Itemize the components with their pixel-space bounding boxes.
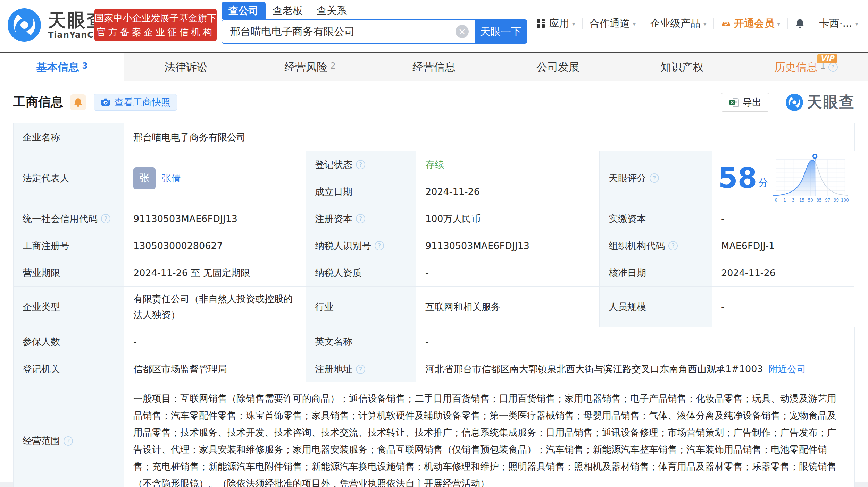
- chevron-down-icon: ▾: [703, 20, 707, 27]
- field-label: 统一社会信用代码 ?: [14, 205, 124, 232]
- field-label: 登记机关: [14, 356, 124, 382]
- tianyancha-logo-icon: [785, 93, 803, 111]
- chevron-down-icon: ▾: [777, 20, 781, 27]
- reg-number-value: 130503000280627: [124, 232, 306, 259]
- org-code-value: MAE6FDJJ-1: [712, 232, 854, 259]
- field-label: 实缴资本: [600, 205, 712, 232]
- svg-text:1: 1: [784, 197, 786, 202]
- section-header: 工商信息 查看工商快照: [0, 81, 868, 123]
- nav-partner[interactable]: 合作通道 ▾: [590, 17, 636, 31]
- svg-text:100: 100: [841, 197, 849, 202]
- orange-bell-icon: [73, 97, 83, 107]
- chevron-down-icon: ▾: [572, 20, 575, 27]
- search-tab-boss[interactable]: 查老板: [266, 2, 310, 19]
- top-nav: 应用 ▾ 合作通道 ▾ 企业级产品 ▾ 开通会员 ▾: [536, 17, 858, 31]
- section-title: 工商信息: [13, 94, 63, 111]
- nav-vip-label: 开通会员: [734, 17, 774, 31]
- help-icon[interactable]: ?: [64, 436, 73, 446]
- field-label: 营业期限: [14, 259, 124, 287]
- tab-badge: 2: [330, 61, 335, 71]
- help-icon[interactable]: ?: [356, 160, 365, 169]
- user-menu[interactable]: 卡西·... ▾: [819, 17, 858, 31]
- tab-history-info[interactable]: VIP 历史信息1 ?: [744, 53, 868, 81]
- gov-badge-line2: 官方备案企业征信机构: [97, 25, 215, 39]
- table-row: 经营范围 ? 一般项目：互联网销售（除销售需要许可的商品）；通信设备销售；二手日…: [14, 382, 855, 487]
- field-label: 企业类型: [14, 287, 124, 327]
- score-unit: 分: [758, 176, 768, 189]
- tab-intellectual-property[interactable]: 知识产权: [620, 53, 744, 81]
- help-icon[interactable]: ?: [356, 365, 365, 374]
- watermark-text: 天眼查: [807, 92, 855, 112]
- watermark-logo: 天眼查: [785, 92, 855, 112]
- reg-address-value: 河北省邢台市信都区南大郭镇泉北西大街与滨江路交叉口东南角西山观承1#1003: [425, 363, 763, 375]
- table-row: 企业类型 有限责任公司（非自然人投资或控股的法人独资） 行业 互联网和相关服务 …: [14, 287, 855, 327]
- field-label: 核准日期: [600, 259, 712, 287]
- nav-apps[interactable]: 应用 ▾: [536, 17, 575, 31]
- nearby-companies-link[interactable]: 附近公司: [769, 363, 806, 375]
- search-tab-relation[interactable]: 查关系: [310, 2, 354, 19]
- business-scope-value: 一般项目：互联网销售（除销售需要许可的商品）；通信设备销售；二手日用百货销售；日…: [124, 382, 855, 487]
- notification-bell-icon[interactable]: [795, 18, 805, 29]
- search-tabs: 查公司 查老板 查关系: [222, 2, 527, 19]
- chevron-down-icon: ▾: [855, 20, 858, 27]
- tab-legal-litigation[interactable]: 法律诉讼: [124, 53, 248, 81]
- english-name-value: -: [416, 327, 855, 356]
- taxpayer-id-value: 91130503MAE6FDJJ13: [416, 232, 600, 259]
- gov-certification-badge: 国家中小企业发展子基金旗下 官方备案企业征信机构: [94, 9, 217, 41]
- clear-search-icon[interactable]: ×: [456, 25, 469, 38]
- tab-operation-risk[interactable]: 经营风险2: [248, 53, 372, 81]
- legal-rep-link[interactable]: 张倩: [162, 172, 181, 185]
- nav-divider: [787, 18, 788, 29]
- nav-apps-label: 应用: [549, 17, 569, 31]
- reg-address-cell: 河北省邢台市信都区南大郭镇泉北西大街与滨江路交叉口东南角西山观承1#1003 附…: [416, 356, 855, 382]
- help-icon[interactable]: ?: [828, 62, 838, 72]
- search-tab-company[interactable]: 查公司: [222, 2, 266, 19]
- table-row: 登记机关 信都区市场监督管理局 注册地址 ? 河北省邢台市信都区南大郭镇泉北西大…: [14, 356, 855, 382]
- field-label: 工商注册号: [14, 232, 124, 259]
- help-icon[interactable]: ?: [668, 241, 678, 250]
- user-name: 卡西·...: [819, 17, 852, 31]
- insured-count-value: -: [124, 327, 306, 356]
- staff-size-value: -: [712, 287, 854, 327]
- tab-operation-info[interactable]: 经营信息: [372, 53, 496, 81]
- field-label: 英文名称: [306, 327, 416, 356]
- export-button[interactable]: 导出: [721, 93, 769, 112]
- export-label: 导出: [743, 96, 761, 109]
- search-button[interactable]: 天眼一下: [475, 19, 526, 44]
- search-input[interactable]: 邢台喵电电子商务有限公司: [222, 25, 456, 39]
- approval-date-value: 2024-11-26: [712, 259, 854, 287]
- help-icon[interactable]: ?: [650, 173, 659, 183]
- score-value: 58: [718, 164, 757, 192]
- score-distribution-chart: 0 1 3 15 50 85 97 99 100: [770, 152, 851, 204]
- apps-grid-icon: [536, 18, 546, 29]
- tab-basic-info[interactable]: 基本信息3: [0, 53, 124, 81]
- company-tabbar: 基本信息3 法律诉讼 经营风险2 经营信息 公司发展 知识产权 VIP 历史信息…: [0, 52, 868, 81]
- score-cell[interactable]: 58 分: [712, 151, 854, 205]
- help-icon[interactable]: ?: [356, 214, 365, 223]
- field-label: 组织机构代码 ?: [600, 232, 712, 259]
- business-info-card: 工商信息 查看工商快照: [0, 81, 868, 482]
- reg-status-value: 存续: [416, 151, 600, 178]
- crown-icon: [721, 18, 731, 29]
- nav-open-vip[interactable]: 开通会员 ▾: [721, 17, 781, 31]
- tianyancha-logo-icon: [7, 8, 42, 42]
- search-box: 邢台喵电电子商务有限公司 × 天眼一下: [222, 19, 527, 44]
- table-row: 工商注册号 130503000280627 纳税人识别号 ? 91130503M…: [14, 232, 855, 259]
- field-label: 参保人数: [14, 327, 124, 356]
- monitor-bell-button[interactable]: [70, 94, 86, 110]
- field-label: 注册地址 ?: [306, 356, 416, 382]
- business-term-value: 2024-11-26 至 无固定期限: [124, 259, 306, 287]
- legal-rep-avatar[interactable]: 张: [133, 167, 156, 189]
- table-row: 参保人数 - 英文名称 -: [14, 327, 855, 356]
- view-snapshot-button[interactable]: 查看工商快照: [94, 94, 177, 111]
- svg-text:0: 0: [775, 197, 778, 202]
- nav-enterprise[interactable]: 企业级产品 ▾: [650, 17, 707, 31]
- help-icon[interactable]: ?: [101, 214, 110, 223]
- help-icon[interactable]: ?: [375, 241, 384, 250]
- credit-code-value: 91130503MAE6FDJJ13: [124, 205, 306, 232]
- tab-company-development[interactable]: 公司发展: [496, 53, 620, 81]
- chart-axis-ticks: 0 1 3 15 50 85 97 99 100: [775, 197, 849, 202]
- business-registration-table: 企业名称 邢台喵电电子商务有限公司 法定代表人 张 张倩 登记状态 ? 存续: [13, 123, 855, 487]
- industry-value: 互联网和相关服务: [416, 287, 600, 327]
- company-name-value: 邢台喵电电子商务有限公司: [124, 123, 855, 151]
